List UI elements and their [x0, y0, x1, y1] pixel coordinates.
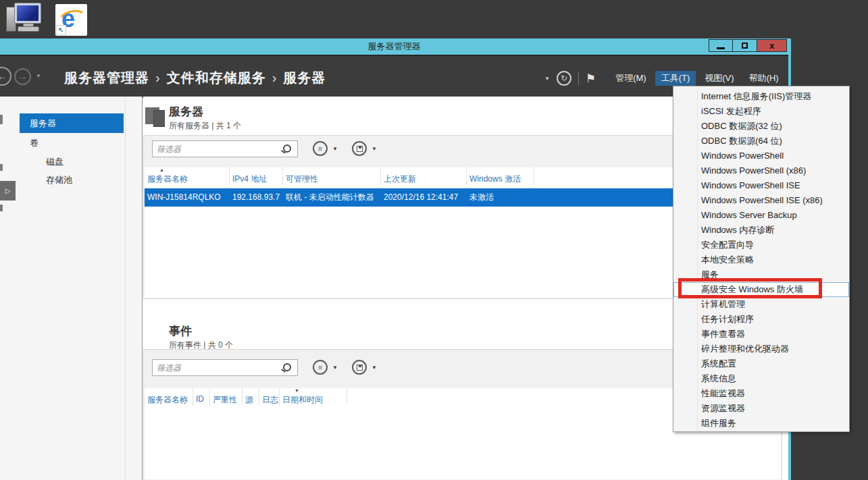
list-icon: ≡ [318, 363, 322, 371]
sort-desc-icon: ▼ [295, 388, 299, 393]
notifications-caret-icon[interactable]: ▼ [544, 76, 550, 82]
menu-item-resource-monitor[interactable]: 资源监视器 [673, 401, 849, 416]
column-header-source[interactable]: 源 [242, 388, 259, 406]
flag-icon[interactable]: ⚑ [586, 72, 596, 86]
column-header-date-time[interactable]: ▼日期和时间 [280, 388, 347, 406]
menu-item-event-viewer[interactable]: 事件查看器 [673, 327, 849, 342]
expand-arrow-icon: ▷ [5, 187, 11, 194]
servers-filter [152, 140, 298, 157]
breadcrumb-servers[interactable]: 服务器 [283, 70, 326, 85]
menu-item-performance-monitor[interactable]: 性能监视器 [673, 386, 849, 401]
save-icon [357, 146, 363, 152]
cell-manageability: 联机 - 未启动性能计数器 [283, 188, 381, 207]
sidebar-expander-button[interactable]: ▷ [0, 181, 16, 201]
collapsed-icon-sliver [0, 115, 3, 124]
menu-item-iscsi-initiator[interactable]: iSCSI 发起程序 [673, 104, 849, 119]
menu-item-odbc-64[interactable]: ODBC 数据源(64 位) [673, 134, 849, 149]
maximize-icon [742, 43, 748, 49]
menu-item-server-backup[interactable]: Windows Server Backup [673, 208, 849, 223]
sidebar-item-volumes[interactable]: 卷 [20, 134, 124, 152]
cell-ipv4: 192.168.93.7 [230, 188, 283, 207]
menu-item-computer-management[interactable]: 计算机管理 [673, 297, 849, 312]
menu-item-system-configuration[interactable]: 系统配置 [673, 356, 849, 371]
minimize-button[interactable] [709, 39, 733, 52]
menu-item-component-services[interactable]: 组件服务 [673, 416, 849, 431]
sidebar-item-servers[interactable]: 服务器 [20, 113, 124, 133]
menu-item-powershell-ise[interactable]: Windows PowerShell ISE [673, 178, 849, 193]
menu-item-powershell-x86[interactable]: Windows PowerShell (x86) [673, 163, 849, 178]
column-header-manageability[interactable]: 可管理性 [283, 167, 381, 185]
internet-explorer-desktop-icon[interactable]: e ↖ [55, 4, 87, 36]
chevron-down-icon: ▼ [372, 365, 377, 371]
column-header-server-name[interactable]: ▲服务器名称 [145, 167, 230, 185]
events-list-options-button[interactable]: ≡ ▼ [313, 360, 338, 375]
column-header-severity[interactable]: 严重性 [210, 388, 242, 406]
menu-item-powershell-ise-x86[interactable]: Windows PowerShell ISE (x86) [673, 193, 849, 208]
servers-filter-input[interactable] [153, 141, 297, 157]
menu-item-local-security-policy[interactable]: 本地安全策略 [673, 252, 849, 267]
column-header-log[interactable]: 日志 [259, 388, 280, 406]
menu-item-services[interactable]: 服务 [673, 267, 849, 282]
menu-item-task-scheduler[interactable]: 任务计划程序 [673, 312, 849, 327]
menu-item-memory-diagnostic[interactable]: Windows 内存诊断 [673, 223, 849, 238]
desktop: e ↖ 服务器管理器 x ← → ▼ 服务器管理器›文件和存储服务›服务器 ▼ … [0, 0, 868, 480]
back-button[interactable]: ← [0, 67, 11, 86]
menu-item-system-information[interactable]: 系统信息 [673, 371, 849, 386]
menu-item-defragment-optimize-drives[interactable]: 碎片整理和优化驱动器 [673, 342, 849, 356]
menu-item-odbc-32[interactable]: ODBC 数据源(32 位) [673, 119, 849, 134]
save-icon [357, 365, 363, 371]
column-header-server-name[interactable]: 服务器名称 [145, 388, 193, 406]
breadcrumb-separator: › [155, 70, 161, 85]
menu-bar: ▼ ↻ ⚑ 管理(M) 工具(T) 视图(V) 帮助(H) [544, 71, 785, 86]
sidebar: 服务器 卷 磁盘 存储池 ▷ [0, 97, 143, 480]
refresh-icon: ↻ [561, 74, 567, 83]
menu-item-security-config-wizard[interactable]: 安全配置向导 [673, 238, 849, 252]
search-icon [283, 144, 291, 153]
refresh-button[interactable]: ↻ [557, 71, 571, 86]
forward-icon: → [18, 72, 27, 82]
column-header-id[interactable]: ID [193, 388, 210, 406]
shortcut-arrow-icon: ↖ [56, 25, 66, 35]
servers-save-query-button[interactable]: ▼ [352, 141, 377, 156]
sidebar-divider [125, 97, 126, 480]
list-icon: ≡ [318, 144, 322, 153]
forward-button[interactable]: → [14, 68, 31, 85]
window-content: 服务器 卷 磁盘 存储池 ▷ 服务器 所有服务器 | 共 1 个 [0, 97, 788, 480]
collapsed-icon-sliver [0, 164, 3, 171]
nav-history-caret-icon[interactable]: ▼ [36, 73, 41, 79]
servers-icon [145, 106, 166, 126]
menu-manage[interactable]: 管理(M) [609, 71, 653, 86]
window-title: 服务器管理器 [0, 41, 788, 53]
chevron-down-icon: ▼ [372, 146, 377, 152]
sidebar-item-storage-pools[interactable]: 存储池 [20, 171, 124, 189]
menu-item-powershell[interactable]: Windows PowerShell [673, 149, 849, 163]
column-header-windows-activation[interactable]: Windows 激活 [467, 167, 534, 185]
column-header-ipv4[interactable]: IPv4 地址 [230, 167, 283, 185]
computer-desktop-icon[interactable] [5, 2, 41, 34]
events-section-title: 事件 [169, 323, 192, 339]
breadcrumb-file-storage-services[interactable]: 文件和存储服务 [167, 70, 266, 85]
close-button[interactable]: x [757, 39, 787, 52]
tools-menu: Internet 信息服务(IIS)管理器 iSCSI 发起程序 ODBC 数据… [673, 86, 850, 432]
column-header-last-update[interactable]: 上次更新 [381, 167, 467, 185]
menu-help[interactable]: 帮助(H) [743, 71, 785, 86]
events-filter-input[interactable] [153, 360, 297, 375]
window-controls: x [709, 39, 787, 52]
events-save-query-button[interactable]: ▼ [352, 360, 377, 375]
chevron-down-icon: ▼ [332, 146, 338, 152]
back-icon: ← [0, 71, 7, 82]
servers-list-options-button[interactable]: ≡ ▼ [313, 141, 338, 156]
menu-view[interactable]: 视图(V) [698, 71, 740, 86]
menu-item-windows-firewall-advanced-security[interactable]: 高级安全 Windows 防火墙 [673, 282, 849, 297]
breadcrumb-server-manager[interactable]: 服务器管理器 [64, 70, 149, 85]
events-filter [152, 359, 298, 376]
sidebar-item-disks[interactable]: 磁盘 [20, 153, 124, 171]
titlebar[interactable]: 服务器管理器 x [0, 38, 788, 55]
menu-item-iis-manager[interactable]: Internet 信息服务(IIS)管理器 [673, 89, 849, 104]
cell-server-name: WIN-J15814RQLKO [145, 188, 230, 207]
menu-tools[interactable]: 工具(T) [655, 71, 696, 86]
collapsed-icon-sliver [0, 205, 3, 211]
breadcrumb: 服务器管理器›文件和存储服务›服务器 [64, 69, 326, 87]
computer-monitor-shape [14, 3, 41, 24]
maximize-button[interactable] [733, 39, 757, 52]
